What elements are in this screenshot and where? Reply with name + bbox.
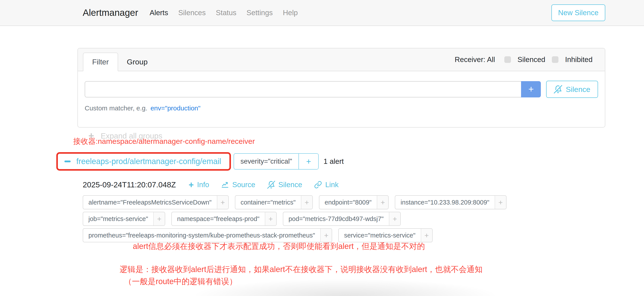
link-link-label: Link: [325, 180, 339, 189]
nav-item-help[interactable]: Help: [283, 8, 298, 17]
label-text: prometheus="freeleaps-monitoring-system/…: [83, 229, 320, 242]
label-text: instance="10.233.98.209:8009": [395, 196, 495, 209]
annotation-alert-note: alert信息必须在接收器下才表示配置成功，否则即使能看到alert，但是通知是…: [133, 241, 425, 252]
filter-options: Receiver: All Silenced Inhibited: [455, 56, 592, 64]
matcher-helper: Custom matcher, e.g. env="production": [85, 104, 598, 112]
silence-button[interactable]: Silence: [546, 81, 598, 98]
silence-link-label: Silence: [278, 180, 302, 189]
label-pill: instance="10.233.98.209:8009" +: [395, 195, 506, 209]
label-text: job="metrics-service": [83, 212, 153, 226]
label-text: endpoint="8009": [319, 196, 377, 209]
app-brand[interactable]: Alertmanager: [83, 8, 138, 18]
label-row: job="metrics-service" + namespace="freel…: [83, 212, 566, 226]
label-pill: service="metrics-service" +: [338, 228, 432, 242]
matcher-input[interactable]: [85, 81, 521, 98]
label-add-button[interactable]: +: [495, 196, 506, 209]
annotation-logic-note-line1: 逻辑是：接收器收到alert后进行通知，如果alert不在接收器下，说明接收器没…: [120, 264, 482, 275]
bell-slash-icon: [554, 85, 562, 94]
receiver-group-row: freeleaps-prod/alertmanager-config/email…: [56, 152, 344, 171]
alert-count: 1 alert: [324, 157, 344, 166]
new-silence-button[interactable]: New Silence: [552, 4, 605, 21]
label-add-button[interactable]: +: [153, 212, 165, 226]
alert-timestamp: 2025-09-24T11:20:07.048Z: [83, 180, 176, 189]
receiver-group-link[interactable]: freeleaps-prod/alertmanager-config/email: [76, 157, 221, 166]
label-add-button[interactable]: +: [389, 212, 400, 226]
nav-item-status[interactable]: Status: [216, 8, 236, 17]
group-matcher: severity="critical" +: [234, 153, 319, 170]
label-add-button[interactable]: +: [217, 196, 228, 209]
silence-link[interactable]: Silence: [267, 180, 302, 189]
nav-item-silences[interactable]: Silences: [178, 8, 206, 17]
inhibited-label[interactable]: Inhibited: [565, 56, 592, 64]
label-text: namespace="freeleaps-prod": [172, 212, 264, 226]
filter-card-body: + Silence Custom matcher, e.g. env="prod…: [78, 71, 605, 112]
helper-text: Custom matcher, e.g.: [85, 104, 147, 112]
label-pill: job="metrics-service" +: [83, 212, 165, 226]
label-add-button[interactable]: +: [320, 229, 332, 242]
annotation-receiver-note: 接收器:namespace/altermanager-config-name/r…: [73, 136, 255, 146]
tab-group[interactable]: Group: [118, 53, 156, 71]
label-pill: endpoint="8009" +: [319, 195, 389, 209]
generator-link[interactable]: Link: [314, 180, 339, 189]
label-text: container="metrics": [235, 196, 301, 209]
filter-card: Filter Group Receiver: All Silenced Inhi…: [78, 48, 605, 128]
helper-example-link[interactable]: env="production": [150, 104, 200, 112]
annotation-highlight-box: freeleaps-prod/alertmanager-config/email: [56, 152, 231, 171]
label-row: prometheus="freeleaps-monitoring-system/…: [83, 228, 566, 242]
group-matcher-label[interactable]: severity="critical": [234, 154, 298, 169]
label-add-button[interactable]: +: [265, 212, 276, 226]
label-text: pod="metrics-77d9cdb497-wdsj7": [283, 212, 389, 226]
nav-links: Alerts Silences Status Settings Help: [150, 8, 298, 17]
source-link-label: Source: [232, 180, 255, 189]
source-link[interactable]: Source: [221, 180, 255, 189]
receiver-filter-label[interactable]: Receiver: All: [455, 56, 495, 64]
inhibited-checkbox[interactable]: [552, 56, 558, 63]
collapse-minus-icon: [64, 160, 70, 162]
label-row: alertname="FreeleapsMetricsServiceDown" …: [83, 195, 566, 209]
nav-item-settings[interactable]: Settings: [246, 8, 273, 17]
label-pill: alertname="FreeleapsMetricsServiceDown" …: [83, 195, 229, 209]
label-text: alertname="FreeleapsMetricsServiceDown": [83, 196, 217, 209]
label-pill: prometheus="freeleaps-monitoring-system/…: [83, 228, 332, 242]
alert-labels: alertname="FreeleapsMetricsServiceDown" …: [83, 195, 566, 242]
label-add-button[interactable]: +: [377, 196, 388, 209]
bell-slash-icon: [267, 181, 275, 189]
silence-button-label: Silence: [566, 85, 590, 94]
label-add-button[interactable]: +: [421, 229, 432, 242]
plus-icon: +: [189, 180, 194, 189]
navbar: Alertmanager Alerts Silences Status Sett…: [0, 0, 644, 26]
label-text: service="metrics-service": [339, 229, 420, 242]
info-link-label: Info: [197, 180, 209, 189]
chart-line-icon: [221, 181, 229, 189]
alert-header-row: 2025-09-24T11:20:07.048Z + Info Source S…: [83, 180, 566, 189]
filter-card-header: Filter Group Receiver: All Silenced Inhi…: [78, 48, 605, 71]
silenced-label[interactable]: Silenced: [518, 56, 546, 64]
group-matcher-add-button[interactable]: +: [298, 154, 318, 169]
nav-item-alerts[interactable]: Alerts: [150, 8, 168, 17]
label-add-button[interactable]: +: [301, 196, 312, 209]
label-pill: pod="metrics-77d9cdb497-wdsj7" +: [283, 212, 401, 226]
link-icon: [314, 181, 322, 189]
info-link[interactable]: + Info: [189, 180, 209, 189]
matcher-row: + Silence: [85, 81, 598, 98]
annotation-logic-note-line2: （一般是route中的逻辑有错误）: [124, 276, 237, 287]
label-pill: namespace="freeleaps-prod" +: [171, 212, 276, 226]
alert-item: 2025-09-24T11:20:07.048Z + Info Source S…: [83, 180, 566, 245]
add-matcher-button[interactable]: +: [521, 81, 541, 98]
label-pill: container="metrics" +: [235, 195, 313, 209]
tab-filter[interactable]: Filter: [83, 52, 118, 71]
silenced-checkbox[interactable]: [504, 56, 511, 63]
